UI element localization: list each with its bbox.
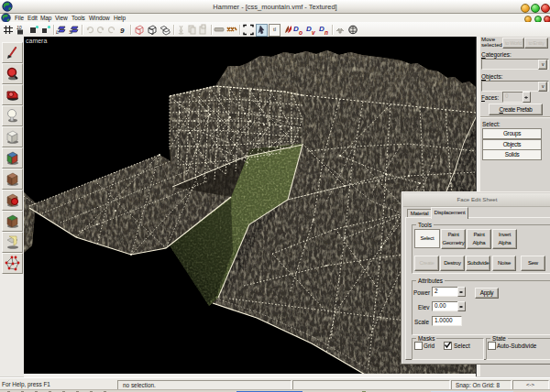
svg-text:n: n [324,29,328,36]
svg-text:9: 9 [120,27,125,35]
svg-text:v: v [312,29,315,36]
svg-text:10: 10 [16,25,22,30]
svg-text:o: o [299,29,302,36]
